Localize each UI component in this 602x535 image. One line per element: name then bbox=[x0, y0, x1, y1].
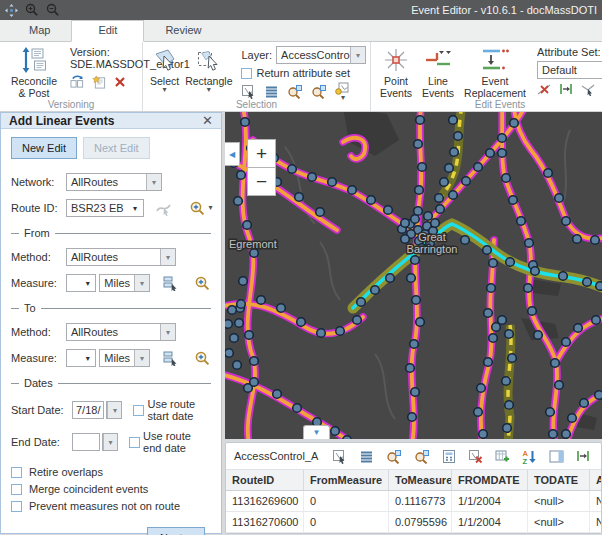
select-route-on-map-icon[interactable] bbox=[155, 200, 172, 216]
start-date-picker[interactable]: ▾ bbox=[106, 401, 122, 419]
column-header-accesscontrol[interactable]: ACCESSCONTROL bbox=[590, 470, 602, 490]
show-all-records-icon[interactable] bbox=[359, 449, 374, 464]
tab-map[interactable]: Map bbox=[8, 20, 71, 41]
to-unit-select[interactable]: Miles ▾ bbox=[99, 349, 150, 367]
zoom-to-route-icon[interactable] bbox=[189, 200, 206, 216]
column-header-routeid[interactable]: RouteID bbox=[226, 470, 304, 490]
zoom-to-record-icon[interactable] bbox=[386, 449, 402, 464]
select-on-map-icon[interactable] bbox=[241, 84, 256, 99]
rectangle-button[interactable]: Rectangle ▾ bbox=[182, 45, 235, 95]
point-events-button[interactable]: Point Events bbox=[375, 45, 417, 101]
pan-icon[interactable] bbox=[5, 4, 18, 17]
from-divider-label: From bbox=[24, 227, 50, 239]
attribute-table-panel: AccessControl_A bbox=[225, 442, 602, 534]
line-events-icon bbox=[424, 47, 452, 73]
from-measure-combo[interactable]: ▾ bbox=[66, 274, 96, 292]
group-caption: Edit Events bbox=[371, 99, 602, 110]
event-replacement-label: Event Replacement bbox=[462, 75, 528, 99]
prevent-measures-checkbox[interactable] bbox=[11, 501, 22, 512]
map-canvas[interactable]: EgremontGreatBarrington ◀ + − ▼ bbox=[225, 112, 602, 439]
route-id-combo[interactable]: BSR23 EB ▾ bbox=[66, 199, 144, 217]
column-header-fromdate[interactable]: FROMDATE bbox=[452, 470, 528, 490]
merge-coincident-events-checkbox[interactable] bbox=[11, 484, 22, 495]
table-cell: 0.0795596 bbox=[389, 512, 452, 532]
return-attribute-set-checkbox[interactable] bbox=[241, 68, 252, 79]
new-version-icon[interactable] bbox=[92, 75, 107, 89]
table-row[interactable]: 1131626960000.11167731/1/2004<null>No bbox=[226, 491, 601, 512]
from-measure-on-map-icon[interactable] bbox=[163, 275, 179, 291]
chevron-down-icon: ▾ bbox=[163, 87, 167, 93]
retire-overlaps-checkbox[interactable] bbox=[11, 467, 22, 478]
split-event-icon[interactable] bbox=[537, 82, 551, 96]
attribute-panel-icon[interactable] bbox=[549, 450, 564, 463]
show-selected-records-icon[interactable] bbox=[264, 84, 279, 99]
new-edit-button[interactable]: New Edit bbox=[11, 137, 77, 159]
resize-event-icon[interactable] bbox=[559, 82, 573, 96]
line-events-label: Line Events bbox=[420, 75, 456, 99]
map-zoom-out-button[interactable]: − bbox=[247, 167, 276, 196]
select-button[interactable]: Select ▾ bbox=[147, 45, 182, 95]
pan-to-record-icon[interactable] bbox=[414, 449, 430, 464]
tab-edit[interactable]: Edit bbox=[71, 20, 144, 42]
select-records-icon[interactable] bbox=[332, 449, 347, 464]
column-header-tomeasure[interactable]: ToMeasure bbox=[389, 470, 452, 490]
layer-select[interactable]: AccessControl_A ▾ bbox=[276, 46, 366, 64]
table-row[interactable]: 1131627060000.07955961/1/2004<null>No bbox=[226, 512, 601, 533]
network-select[interactable]: AllRoutes ▾ bbox=[66, 173, 162, 191]
tab-review[interactable]: Review bbox=[144, 20, 222, 41]
zoom-to-selected-icon[interactable] bbox=[287, 84, 303, 99]
ribbon-tabs: Map Edit Review bbox=[0, 20, 602, 42]
to-measure-combo[interactable]: ▾ bbox=[66, 349, 96, 367]
merge-events-icon[interactable] bbox=[581, 82, 595, 96]
from-method-select[interactable]: AllRoutes ▾ bbox=[66, 248, 176, 266]
next-button[interactable]: Next > bbox=[147, 527, 205, 535]
layer-label: Layer: bbox=[241, 49, 272, 61]
delete-version-icon[interactable] bbox=[114, 76, 126, 88]
next-edit-button[interactable]: Next Edit bbox=[83, 137, 150, 159]
resize-columns-icon[interactable] bbox=[576, 449, 590, 463]
zoom-out-icon[interactable] bbox=[46, 3, 60, 17]
end-date-picker[interactable]: ▾ bbox=[102, 433, 118, 451]
sort-records-icon[interactable]: AZ bbox=[522, 449, 537, 464]
to-zoom-icon[interactable] bbox=[194, 350, 211, 366]
column-header-frommeasure[interactable]: FromMeasure bbox=[304, 470, 389, 490]
end-date-input[interactable] bbox=[72, 433, 100, 451]
chevron-down-icon: ▾ bbox=[128, 200, 143, 216]
chevron-down-icon[interactable]: ▾ bbox=[209, 205, 213, 211]
line-events-button[interactable]: Line Events bbox=[417, 45, 459, 101]
reconcile-post-button[interactable]: Reconcile & Post bbox=[4, 45, 64, 101]
collapse-table-button[interactable]: ▼ bbox=[303, 425, 330, 439]
table-tab-label[interactable]: AccessControl_A bbox=[234, 450, 318, 462]
route-id-label: Route ID: bbox=[11, 202, 63, 214]
end-date-value bbox=[73, 434, 79, 450]
table-cell: 1/1/2004 bbox=[452, 512, 528, 532]
add-linear-events-panel: Add Linear Events ✕ New Edit Next Edit N… bbox=[0, 112, 222, 534]
to-method-select[interactable]: AllRoutes ▾ bbox=[66, 323, 176, 341]
table-cell: 11316270600 bbox=[226, 512, 304, 532]
use-route-start-date-checkbox[interactable] bbox=[133, 405, 144, 416]
use-route-end-date-checkbox[interactable] bbox=[129, 437, 140, 448]
close-icon[interactable]: ✕ bbox=[202, 113, 213, 128]
from-unit-select[interactable]: Miles ▾ bbox=[99, 274, 150, 292]
map-zoom-in-button[interactable]: + bbox=[247, 139, 276, 168]
attribute-set-select[interactable]: Default ▾ bbox=[537, 61, 602, 79]
point-events-label: Point Events bbox=[378, 75, 414, 99]
from-zoom-icon[interactable] bbox=[194, 275, 211, 291]
event-replacement-button[interactable]: Event Replacement bbox=[459, 45, 531, 101]
group-edit-events: Point Events Line Events Event Replaceme… bbox=[371, 42, 602, 111]
from-method-value: AllRoutes bbox=[67, 251, 160, 263]
to-method-label: Method: bbox=[11, 326, 63, 338]
column-header-todate[interactable]: TODATE bbox=[528, 470, 590, 490]
add-record-icon[interactable] bbox=[495, 449, 510, 464]
refresh-version-icon[interactable] bbox=[70, 75, 85, 89]
zoom-in-icon[interactable] bbox=[25, 3, 39, 17]
to-measure-on-map-icon[interactable] bbox=[163, 350, 179, 366]
route-id-value: BSR23 EB bbox=[67, 202, 128, 214]
start-date-label: Start Date: bbox=[11, 404, 69, 416]
ribbon: Reconcile & Post Version: SDE.MASSDOT_ed… bbox=[0, 42, 602, 112]
pan-to-selected-icon[interactable] bbox=[311, 84, 327, 99]
clear-selection-icon[interactable] bbox=[468, 449, 483, 464]
field-calculator-icon[interactable] bbox=[442, 449, 456, 464]
start-date-input[interactable]: 7/18/ bbox=[72, 401, 104, 419]
collapse-panel-button[interactable]: ◀ bbox=[225, 142, 240, 166]
